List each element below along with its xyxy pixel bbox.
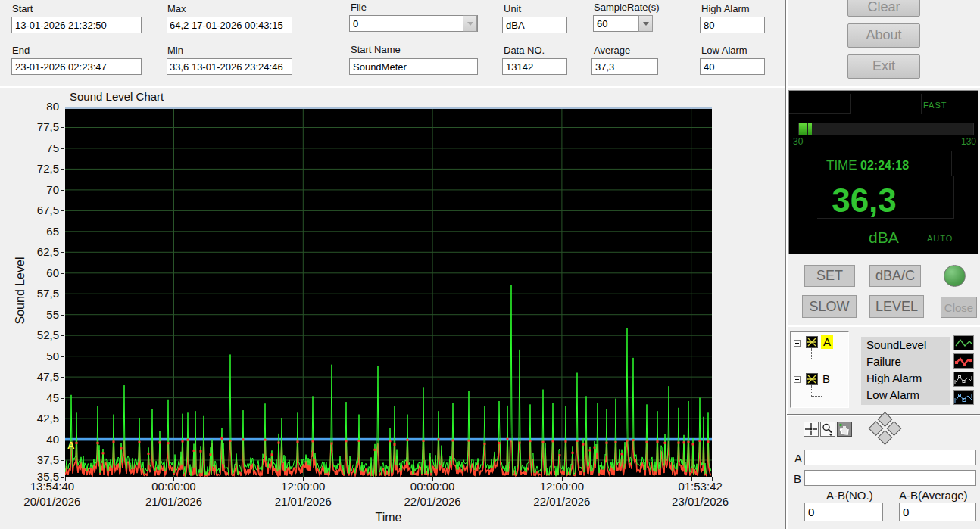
tree-expand-icon[interactable] bbox=[794, 340, 801, 347]
y-tick-label: 72,5 bbox=[6, 162, 59, 175]
min-input[interactable] bbox=[167, 58, 292, 75]
ab-average-value[interactable] bbox=[899, 503, 976, 521]
dba-c-button[interactable]: dBA/C bbox=[869, 265, 921, 287]
plot-a-label[interactable]: A bbox=[821, 335, 833, 349]
legend-item-low-alarm[interactable]: Low Alarm bbox=[861, 387, 950, 403]
scroll-dpad[interactable] bbox=[867, 412, 903, 447]
level-bar-fill bbox=[799, 123, 807, 135]
start-label: Start bbox=[12, 3, 33, 14]
ab-no-value[interactable] bbox=[804, 503, 883, 521]
y-tick-mark bbox=[61, 190, 64, 191]
low-alarm-input[interactable] bbox=[700, 58, 765, 75]
pan-tool-button[interactable] bbox=[837, 422, 852, 437]
high-alarm-input[interactable] bbox=[700, 17, 765, 33]
high-alarm-line-icon[interactable] bbox=[953, 372, 974, 387]
start-name-input[interactable] bbox=[349, 58, 478, 75]
unit-label: Unit bbox=[504, 3, 521, 14]
y-tick-label: 60 bbox=[6, 266, 59, 279]
y-tick-label: 40 bbox=[6, 433, 59, 446]
end-label: End bbox=[12, 45, 30, 56]
data-no-label: Data NO. bbox=[504, 45, 545, 56]
chart-title: Sound Level Chart bbox=[70, 90, 164, 103]
sound-level-plot[interactable]: A bbox=[65, 107, 712, 477]
sample-rate-select[interactable] bbox=[593, 15, 639, 32]
level-bar-min: 30 bbox=[793, 136, 803, 147]
level-bar-fill bbox=[808, 123, 812, 135]
soundlevel-line-icon[interactable] bbox=[953, 335, 974, 350]
y-tick-label: 70 bbox=[6, 183, 59, 196]
data-no-input[interactable] bbox=[502, 58, 567, 75]
y-tick-mark bbox=[61, 315, 64, 316]
tree-connector bbox=[811, 348, 813, 359]
toolbar-divider bbox=[0, 86, 980, 88]
clear-button[interactable]: Clear bbox=[847, 0, 920, 17]
tree-expand-icon[interactable] bbox=[794, 376, 801, 383]
set-button[interactable]: SET bbox=[804, 265, 855, 287]
status-led bbox=[944, 265, 966, 287]
x-tick-label: 12:00:0021/01/2026 bbox=[275, 479, 332, 509]
ab-average-label: A-B(Average) bbox=[899, 489, 968, 502]
start-input[interactable] bbox=[11, 17, 142, 33]
chevron-down-icon bbox=[467, 22, 473, 26]
average-input[interactable] bbox=[591, 58, 658, 75]
plot-b-icon[interactable] bbox=[806, 373, 818, 385]
y-tick-label: 57,5 bbox=[6, 287, 59, 300]
zoom-tool-button[interactable] bbox=[820, 422, 835, 437]
y-tick-label: 80 bbox=[6, 100, 59, 113]
legend-item-high-alarm[interactable]: High Alarm bbox=[861, 370, 950, 387]
max-input[interactable] bbox=[167, 17, 292, 33]
y-tick-label: 77,5 bbox=[6, 120, 59, 133]
tree-connector bbox=[811, 359, 822, 360]
x-tick-label: 01:53:4223/01/2026 bbox=[672, 479, 729, 509]
time-value: 02:24:18 bbox=[860, 159, 909, 173]
sample-rate-label: SampleRate(s) bbox=[594, 2, 660, 13]
y-tick-mark bbox=[61, 252, 64, 253]
legend-item-soundlevel[interactable]: SoundLevel bbox=[861, 337, 950, 353]
section-divider bbox=[787, 325, 980, 327]
x-tick-label: 00:00:0021/01/2026 bbox=[145, 479, 202, 509]
low-alarm-line-icon[interactable] bbox=[953, 390, 974, 405]
x-tick-label: 12:00:0022/01/2026 bbox=[533, 479, 590, 509]
y-tick-label: 75 bbox=[6, 142, 59, 154]
end-input[interactable] bbox=[11, 58, 142, 75]
panel-divider bbox=[785, 0, 788, 529]
legend-item-failure[interactable]: Failure bbox=[861, 353, 950, 370]
file-select[interactable] bbox=[349, 15, 478, 32]
exit-button[interactable]: Exit bbox=[847, 54, 920, 79]
y-tick-mark bbox=[61, 107, 64, 107]
cursor-a-value[interactable] bbox=[804, 450, 976, 465]
y-tick-label: 67,5 bbox=[6, 204, 59, 216]
level-bar-track bbox=[798, 123, 974, 135]
unit-input[interactable] bbox=[502, 17, 567, 33]
level-button[interactable]: LEVEL bbox=[869, 295, 924, 318]
meter-bezel-seam bbox=[789, 94, 851, 114]
y-tick-mark bbox=[61, 335, 64, 336]
plot-b-label[interactable]: B bbox=[822, 372, 830, 386]
sample-rate-dropdown-button[interactable] bbox=[638, 15, 653, 32]
y-tick-mark bbox=[61, 232, 64, 232]
y-tick-label: 37,5 bbox=[6, 453, 59, 466]
x-tick-mark bbox=[303, 477, 304, 481]
y-tick-mark bbox=[61, 419, 64, 419]
y-tick-label: 45 bbox=[6, 391, 59, 404]
plot-a-icon[interactable] bbox=[806, 336, 818, 348]
close-button[interactable]: Close bbox=[941, 297, 977, 318]
ab-no-label: A-B(NO.) bbox=[826, 489, 873, 502]
svg-text:A: A bbox=[67, 440, 75, 451]
slow-button[interactable]: SLOW bbox=[802, 295, 857, 318]
x-tick-mark bbox=[65, 477, 66, 481]
cursor-tool-button[interactable] bbox=[804, 422, 819, 437]
cursor-b-value[interactable] bbox=[804, 470, 976, 486]
meter-range-auto: AUTO bbox=[927, 234, 953, 243]
legend-list: SoundLevel Failure High Alarm Low Alarm bbox=[861, 337, 950, 405]
about-button[interactable]: About bbox=[847, 23, 920, 48]
tree-connector bbox=[811, 396, 822, 397]
sound-level-series: A bbox=[65, 107, 712, 477]
sound-meter-window: Start End Max Min File Start Name Unit D… bbox=[0, 0, 980, 529]
meter-mode-fast: FAST bbox=[923, 101, 947, 110]
file-dropdown-button[interactable] bbox=[463, 15, 477, 32]
failure-line-icon[interactable] bbox=[953, 353, 974, 369]
y-tick-label: 62,5 bbox=[6, 245, 59, 258]
high-alarm-label: High Alarm bbox=[701, 3, 750, 14]
sound-level-reading: 36,3 bbox=[819, 182, 910, 219]
